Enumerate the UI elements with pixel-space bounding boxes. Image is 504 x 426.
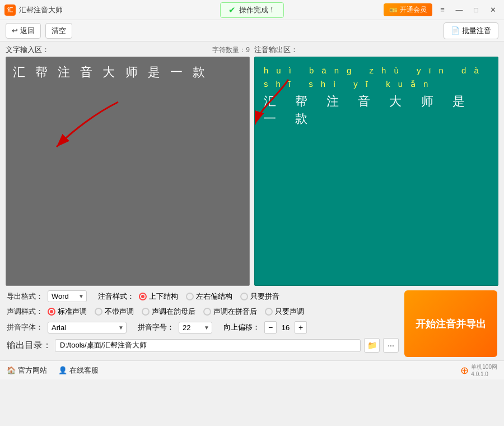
app-name: 汇帮注音大师 (19, 5, 63, 15)
settings-row-3: 拼音字体： Arial Times New Roman SimSun ▼ 拼音字… (7, 321, 399, 334)
browse-button[interactable]: 📁 (364, 338, 380, 353)
success-text: 操作完成！ (239, 5, 276, 15)
person-icon: 👤 (58, 366, 67, 374)
website-link[interactable]: 🏠 官方网站 (7, 365, 47, 376)
input-panel-header: 文字输入区： 字符数量：9 (6, 45, 250, 55)
tone-radio-4 (203, 308, 211, 316)
output-panel-label: 注音输出区： (254, 45, 298, 55)
pinyin-line: huì bāng zhù yīn dà shī shì yī kuǎn (264, 64, 489, 91)
output-panel-header: 注音输出区： (254, 45, 498, 55)
minimize-button[interactable]: — (452, 3, 466, 17)
tone-style-1[interactable]: 标准声调 (48, 307, 87, 317)
vip-icon: 🎫 (389, 6, 398, 14)
app-logo: 汇 (4, 4, 16, 16)
toolbar: ↩ 返回 清空 📄 批量注音 (0, 20, 504, 41)
title-bar: 汇 汇帮注音大师 ✔ 操作完成！ 🎫 开通会员 ≡ — □ ✕ (0, 0, 504, 20)
tone-radio-3 (142, 308, 150, 316)
offset-control: − 16 + (264, 321, 307, 334)
logo-circle: ⊕ (460, 364, 469, 377)
annotation-style-label: 注音样式： (98, 291, 134, 302)
settings-left: 导出格式： Word PDF TXT Excel ▼ 注音样式： (7, 290, 399, 357)
more-button[interactable]: ··· (383, 338, 399, 353)
pinyin-size-select[interactable]: 16 18 20 22 24 (179, 322, 212, 334)
tone-style-5[interactable]: 只要声调 (265, 307, 304, 317)
home-icon: 🏠 (7, 366, 16, 374)
footer-right: ⊕ 单机100网 4.0.1.0 (460, 363, 497, 377)
success-notification: ✔ 操作完成！ (220, 2, 284, 18)
offset-minus-button[interactable]: − (264, 321, 277, 334)
pinyin-font-select[interactable]: Arial Times New Roman SimSun (48, 322, 127, 334)
annotation-style-2[interactable]: 左右偏结构 (186, 291, 232, 302)
toolbar-right: 📄 批量注音 (444, 22, 498, 39)
output-panel-wrapper: 注音输出区： huì bāng zhù yīn dà shī shì yī ku… (254, 45, 498, 286)
version-number: 4.0.1.0 (471, 371, 497, 377)
panels-row: 文字输入区： 字符数量：9 汇 帮 注 音 大 师 是 一 款 (6, 45, 498, 286)
annotation-style-3[interactable]: 只要拼音 (240, 291, 279, 302)
close-button[interactable]: ✕ (486, 3, 500, 17)
check-icon: ✔ (228, 5, 236, 15)
clear-button[interactable]: 清空 (45, 23, 72, 39)
char-count: 字符数量：9 (212, 45, 250, 55)
title-bar-controls: 🎫 开通会员 ≡ — □ ✕ (384, 3, 500, 17)
output-dir-row: 输出目录： 📁 ··· (7, 338, 399, 353)
radio-dot-2 (186, 293, 194, 300)
pinyin-font-label: 拼音字体： (7, 322, 43, 332)
output-dir-label: 输出目录： (7, 340, 52, 351)
pinyin-size-label: 拼音字号： (138, 322, 174, 332)
export-format-label: 导出格式： (7, 291, 43, 302)
tone-radio-2 (95, 308, 102, 316)
offset-label: 向上偏移： (223, 322, 260, 332)
back-button[interactable]: ↩ 返回 (6, 23, 41, 39)
offset-value: 16 (279, 323, 292, 332)
vip-button[interactable]: 🎫 开通会员 (384, 3, 432, 16)
tone-radio-1 (48, 308, 55, 316)
tone-style-label: 声调样式： (7, 307, 43, 317)
version-badge: ⊕ 单机100网 4.0.1.0 (460, 363, 497, 377)
annotation-style-1[interactable]: 上下结构 (139, 291, 178, 302)
settings-main: 导出格式： Word PDF TXT Excel ▼ 注音样式： (7, 290, 497, 357)
offset-plus-button[interactable]: + (295, 321, 307, 334)
menu-button[interactable]: ≡ (436, 3, 449, 17)
settings-row-1: 导出格式： Word PDF TXT Excel ▼ 注音样式： (7, 290, 399, 302)
service-link[interactable]: 👤 在线客服 (58, 365, 99, 376)
tone-radio-5 (265, 308, 273, 316)
hanzi-line: 汇 帮 注 音 大 师 是 一 款 (264, 93, 489, 128)
export-format-select-wrap: Word PDF TXT Excel ▼ (48, 290, 87, 302)
folder-icon: 📁 (367, 341, 377, 350)
output-dir-input[interactable] (55, 339, 361, 352)
tone-style-3[interactable]: 声调在韵母后 (142, 307, 195, 317)
batch-button[interactable]: 📄 批量注音 (444, 22, 498, 39)
input-arrow (40, 91, 129, 158)
settings-area: 导出格式： Word PDF TXT Excel ▼ 注音样式： (6, 286, 498, 360)
radio-dot-1 (139, 293, 147, 300)
tone-style-group: 标准声调 不带声调 声调在韵母后 声调在拼音后 (48, 307, 304, 317)
input-panel-label: 文字输入区： (6, 45, 49, 55)
input-text: 汇 帮 注 音 大 师 是 一 款 (13, 65, 208, 79)
tone-style-2[interactable]: 不带声调 (95, 307, 134, 317)
output-panel[interactable]: huì bāng zhù yīn dà shī shì yī kuǎn 汇 帮 … (254, 57, 498, 286)
maximize-button[interactable]: □ (469, 3, 483, 17)
settings-row-2: 声调样式： 标准声调 不带声调 声调在韵母后 (7, 307, 399, 317)
tone-style-4[interactable]: 声调在拼音后 (203, 307, 257, 317)
export-format-select[interactable]: Word PDF TXT Excel (48, 290, 87, 302)
doc-icon: 📄 (451, 26, 460, 35)
main-area: 文字输入区： 字符数量：9 汇 帮 注 音 大 师 是 一 款 (0, 41, 504, 360)
input-panel-wrapper: 文字输入区： 字符数量：9 汇 帮 注 音 大 师 是 一 款 (6, 45, 250, 286)
watermark: 单机100网 (471, 363, 497, 371)
pinyin-size-select-wrap: 16 18 20 22 24 ▼ (179, 322, 212, 334)
pinyin-font-select-wrap: Arial Times New Roman SimSun ▼ (48, 322, 127, 334)
start-button[interactable]: 开始注音并导出 (404, 290, 497, 357)
more-icon: ··· (388, 341, 394, 350)
input-panel[interactable]: 汇 帮 注 音 大 师 是 一 款 (6, 57, 250, 286)
radio-dot-3 (240, 293, 248, 300)
footer: 🏠 官方网站 👤 在线客服 ⊕ 单机100网 4.0.1.0 (0, 360, 504, 379)
annotation-style-group: 上下结构 左右偏结构 只要拼音 (139, 291, 279, 302)
